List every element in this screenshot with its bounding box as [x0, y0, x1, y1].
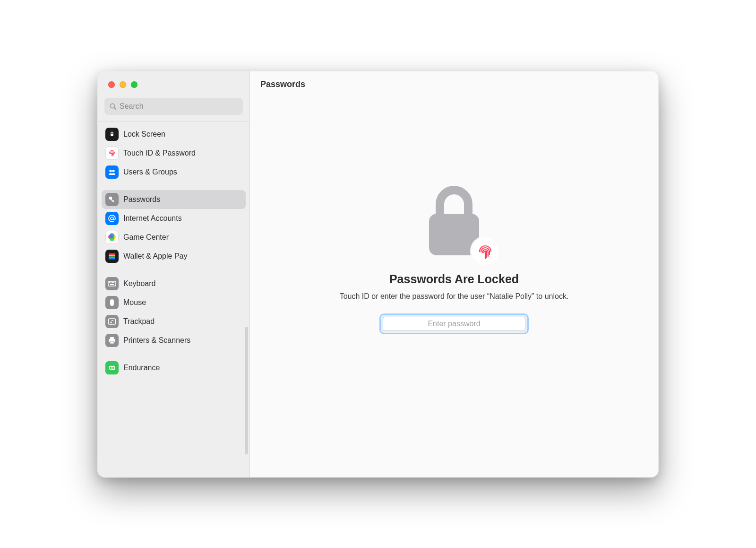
sidebar-item-label: Lock Screen	[123, 130, 165, 139]
svg-rect-19	[111, 282, 112, 283]
svg-rect-22	[110, 284, 114, 285]
fingerprint-icon	[105, 147, 119, 160]
trackpad-icon	[105, 315, 119, 328]
close-window-button[interactable]	[108, 81, 115, 88]
sidebar-item-label: Printers & Scanners	[123, 336, 190, 345]
password-input[interactable]	[383, 317, 525, 331]
sidebar-list[interactable]: Lock Screen Touch ID & Password	[98, 122, 249, 477]
svg-rect-28	[110, 341, 114, 344]
svg-point-3	[109, 169, 112, 172]
sidebar-item-label: Game Center	[123, 233, 169, 242]
sidebar-item-game-center[interactable]: Game Center	[102, 228, 246, 247]
locked-title: Passwords Are Locked	[389, 272, 519, 286]
sidebar-item-wallet[interactable]: Wallet & Apple Pay	[102, 247, 246, 266]
sidebar-item-printers[interactable]: Printers & Scanners	[102, 331, 246, 350]
locked-subtitle: Touch ID or enter the password for the u…	[340, 291, 569, 302]
sidebar-item-mouse[interactable]: Mouse	[102, 293, 246, 312]
at-sign-icon	[105, 212, 119, 225]
sidebar-item-touch-id[interactable]: Touch ID & Password	[102, 144, 246, 163]
sidebar-item-trackpad[interactable]: Trackpad	[102, 312, 246, 331]
wallet-icon	[105, 250, 119, 263]
sidebar-item-users-groups[interactable]: Users & Groups	[102, 163, 246, 182]
window-controls	[98, 71, 249, 98]
main-content: Passwords Passwords Are L	[250, 71, 658, 477]
sidebar-item-label: Endurance	[123, 364, 160, 372]
sidebar-item-endurance[interactable]: Endurance	[102, 358, 246, 377]
svg-rect-27	[110, 337, 114, 339]
page-title: Passwords	[260, 79, 305, 89]
sidebar-item-label: Mouse	[123, 298, 146, 307]
svg-rect-2	[111, 134, 113, 136]
locked-panel: Passwords Are Locked Touch ID or enter t…	[250, 98, 658, 477]
sidebar-item-label: Keyboard	[123, 279, 156, 288]
password-field-wrap	[381, 315, 527, 333]
sidebar: Lock Screen Touch ID & Password	[98, 71, 250, 477]
svg-rect-17	[108, 281, 116, 286]
sidebar-item-label: Trackpad	[123, 317, 155, 326]
search-field[interactable]	[104, 98, 243, 115]
svg-point-8	[111, 217, 113, 220]
svg-rect-15	[109, 256, 115, 258]
lock-illustration	[419, 183, 490, 261]
svg-rect-14	[109, 255, 115, 256]
svg-point-12	[110, 233, 114, 238]
svg-line-1	[114, 107, 116, 109]
infinity-icon	[105, 361, 119, 374]
sidebar-item-label: Touch ID & Password	[123, 149, 196, 157]
sidebar-item-passwords[interactable]: Passwords	[102, 190, 246, 209]
sidebar-item-label: Wallet & Apple Pay	[123, 252, 187, 261]
settings-window: Lock Screen Touch ID & Password	[97, 71, 659, 478]
mouse-icon	[105, 296, 119, 309]
lock-screen-icon	[105, 128, 119, 141]
svg-rect-13	[109, 253, 115, 255]
sidebar-item-keyboard[interactable]: Keyboard	[102, 274, 246, 293]
svg-rect-24	[109, 319, 116, 324]
sidebar-item-label: Passwords	[123, 195, 160, 204]
search-input[interactable]	[120, 102, 238, 111]
search-icon	[109, 103, 117, 110]
svg-point-25	[111, 322, 112, 323]
game-center-icon	[105, 231, 119, 244]
key-icon	[105, 193, 119, 206]
sidebar-item-label: Users & Groups	[123, 168, 177, 176]
touch-id-icon	[472, 237, 499, 265]
keyboard-icon	[105, 277, 119, 290]
main-header: Passwords	[250, 71, 658, 98]
sidebar-item-label: Internet Accounts	[123, 214, 182, 223]
printer-icon	[105, 334, 119, 347]
sidebar-item-internet-accounts[interactable]: Internet Accounts	[102, 209, 246, 228]
svg-rect-16	[109, 258, 115, 259]
sidebar-item-lock-screen[interactable]: Lock Screen	[102, 125, 246, 144]
zoom-window-button[interactable]	[131, 81, 137, 88]
svg-point-4	[112, 169, 114, 172]
svg-rect-23	[110, 299, 114, 306]
search-row	[98, 98, 249, 122]
users-icon	[105, 165, 119, 179]
minimize-window-button[interactable]	[120, 81, 126, 88]
svg-rect-18	[109, 282, 110, 283]
svg-rect-21	[113, 282, 114, 283]
svg-rect-20	[112, 282, 113, 283]
